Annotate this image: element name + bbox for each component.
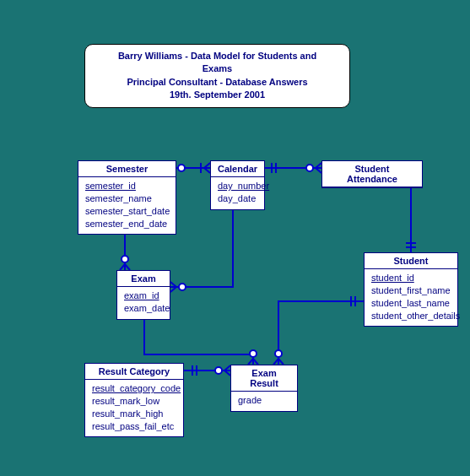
entity-student: Student student_id student_first_name st… bbox=[364, 252, 458, 327]
svg-point-18 bbox=[250, 350, 257, 357]
entity-header: Semester bbox=[78, 161, 176, 177]
entity-header: Student bbox=[365, 253, 457, 269]
entity-header: Student Attendance bbox=[322, 161, 422, 187]
entity-body: semester_id semester_name semester_start… bbox=[78, 177, 176, 234]
diagram-title-box: Barry Williams - Data Model for Students… bbox=[84, 44, 350, 108]
attr: exam_date bbox=[124, 302, 163, 315]
entity-body: student_id student_first_name student_la… bbox=[365, 269, 457, 326]
attr: day_date bbox=[218, 192, 257, 205]
title-line-3: 19th. September 2001 bbox=[102, 89, 332, 101]
attr: result_mark_low bbox=[92, 395, 176, 408]
attr: semester_name bbox=[85, 192, 169, 205]
svg-point-25 bbox=[215, 367, 222, 374]
attr: grade bbox=[238, 394, 290, 407]
entity-header: Result Category bbox=[85, 364, 183, 380]
attr: semester_start_date bbox=[85, 205, 169, 218]
entity-student-attendance: Student Attendance bbox=[321, 160, 423, 188]
attr: result_pass_fail_etc bbox=[92, 420, 176, 433]
entity-calendar: Calendar day_number day_date bbox=[210, 160, 265, 210]
attr-pk: exam_id bbox=[124, 289, 163, 302]
attr: student_other_details bbox=[371, 310, 451, 322]
attr-pk: day_number bbox=[218, 180, 257, 192]
title-line-1: Barry Williams - Data Model for Students… bbox=[102, 50, 332, 76]
entity-body: day_number day_date bbox=[211, 177, 264, 209]
svg-point-6 bbox=[306, 165, 313, 171]
entity-header: Exam bbox=[117, 271, 170, 287]
svg-point-1 bbox=[178, 165, 185, 171]
svg-point-21 bbox=[275, 350, 282, 357]
entity-exam: Exam exam_id exam_date bbox=[116, 270, 170, 320]
attr: student_first_name bbox=[371, 284, 451, 297]
attr-pk: student_id bbox=[371, 272, 451, 284]
entity-result-category: Result Category result_category_code res… bbox=[84, 363, 184, 437]
attr: student_last_name bbox=[371, 297, 451, 310]
entity-body: result_category_code result_mark_low res… bbox=[85, 380, 183, 436]
attr-pk: semester_id bbox=[85, 180, 169, 192]
entity-exam-result: Exam Result grade bbox=[230, 365, 298, 412]
entity-body: grade bbox=[231, 392, 297, 411]
attr: semester_end_date bbox=[85, 218, 169, 230]
attr: result_mark_high bbox=[92, 408, 176, 420]
svg-point-12 bbox=[122, 256, 128, 262]
entity-semester: Semester semester_id semester_name semes… bbox=[78, 160, 176, 235]
entity-header: Exam Result bbox=[231, 365, 297, 392]
svg-point-15 bbox=[179, 284, 186, 290]
entity-header: Calendar bbox=[211, 161, 264, 177]
title-line-2: Principal Consultant - Database Answers bbox=[102, 76, 332, 89]
attr-pk: result_category_code bbox=[92, 382, 176, 395]
entity-body: exam_id exam_date bbox=[117, 287, 170, 319]
